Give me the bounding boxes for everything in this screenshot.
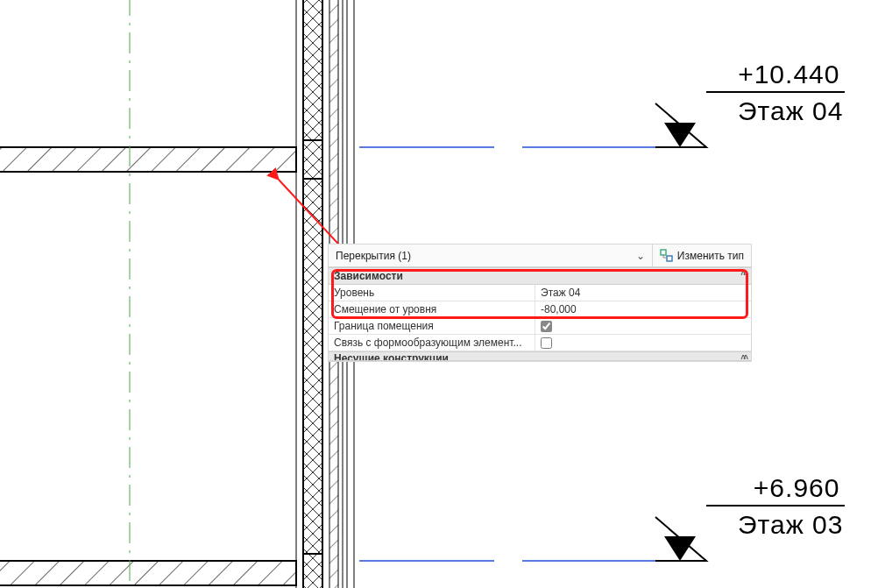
level-elevation: +6.960 — [706, 473, 845, 507]
roombound-checkbox[interactable] — [541, 321, 552, 332]
prop-row-offset[interactable]: Смещение от уровня -80,000 — [329, 301, 751, 318]
prop-value[interactable] — [535, 318, 751, 334]
edit-type-button[interactable]: Изменить тип — [653, 244, 751, 266]
svg-rect-21 — [661, 250, 666, 255]
slab-upper[interactable] — [0, 147, 296, 172]
prop-label: Уровень — [329, 285, 535, 301]
group-header-dependencies[interactable]: Зависимости ^^ — [329, 267, 751, 285]
properties-panel: Перекрытия (1) ⌄ Изменить тип Зависимост… — [328, 244, 752, 362]
prop-value[interactable]: Этаж 04 — [535, 285, 751, 301]
chevron-down-icon: ⌄ — [636, 250, 645, 262]
type-selector[interactable]: Перекрытия (1) ⌄ — [329, 244, 653, 266]
level-elevation: +10.440 — [706, 60, 845, 93]
svg-rect-14 — [303, 140, 322, 179]
level-tag-upper[interactable]: +10.440 Этаж 04 — [706, 60, 845, 126]
svg-rect-16 — [303, 554, 322, 588]
type-selector-label: Перекрытия (1) — [336, 250, 411, 262]
prop-label: Связь с формообразующим элемент... — [329, 335, 535, 351]
svg-rect-22 — [667, 256, 672, 261]
properties-header: Перекрытия (1) ⌄ Изменить тип — [329, 244, 751, 267]
svg-rect-7 — [303, 0, 322, 588]
prop-row-roombounding[interactable]: Граница помещения — [329, 318, 751, 335]
edit-type-icon — [660, 249, 674, 263]
level-tag-lower[interactable]: +6.960 Этаж 03 — [706, 473, 845, 540]
collapse-icon: ^^ — [740, 354, 746, 361]
level-name: Этаж 03 — [706, 507, 845, 540]
svg-rect-5 — [0, 561, 296, 585]
level-line-upper[interactable] — [359, 103, 706, 147]
level-line-lower[interactable] — [359, 517, 706, 561]
svg-rect-4 — [0, 147, 296, 172]
mass-checkbox[interactable] — [541, 337, 552, 349]
prop-row-level[interactable]: Уровень Этаж 04 — [329, 285, 751, 301]
group-header-structural[interactable]: Несущие конструкции ^^ — [329, 351, 751, 361]
prop-row-mass[interactable]: Связь с формообразующим элемент... — [329, 335, 751, 351]
prop-label: Смещение от уровня — [329, 301, 535, 317]
edit-type-label: Изменить тип — [677, 250, 744, 262]
prop-label: Граница помещения — [329, 318, 535, 334]
prop-value[interactable] — [535, 335, 751, 351]
prop-value[interactable]: -80,000 — [535, 301, 751, 317]
collapse-icon: ^^ — [740, 270, 746, 280]
slab-lower[interactable] — [0, 561, 296, 585]
level-name: Этаж 04 — [706, 93, 845, 126]
